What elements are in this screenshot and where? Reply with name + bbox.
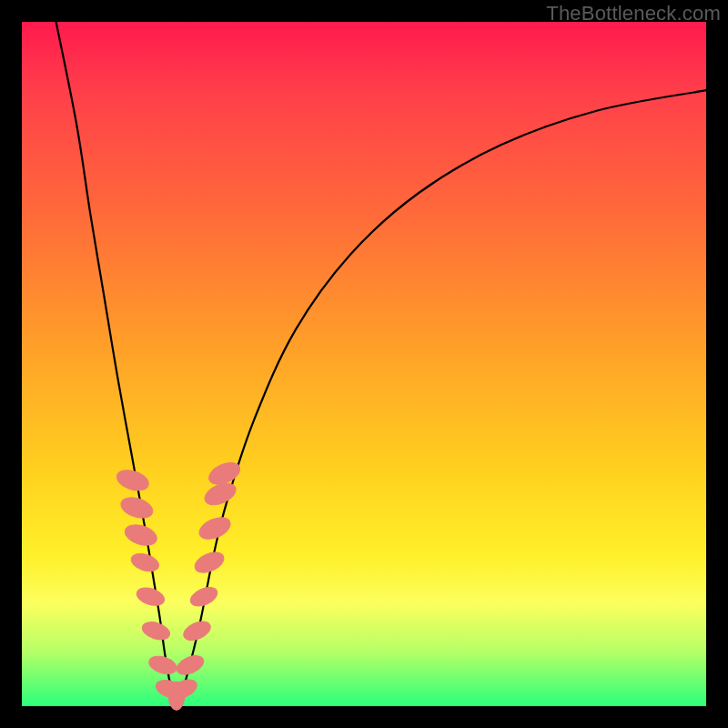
plot-area xyxy=(22,22,706,706)
curve-markers xyxy=(115,459,244,711)
curve-svg xyxy=(22,22,706,706)
curve-marker xyxy=(123,521,160,549)
curve-marker xyxy=(140,619,172,642)
curve-marker xyxy=(174,652,207,678)
curve-marker xyxy=(115,467,152,494)
curve-marker xyxy=(135,584,167,608)
curve-marker xyxy=(129,551,161,574)
curve-marker xyxy=(147,653,178,677)
chart-frame: TheBottleneck.com xyxy=(0,0,728,728)
curve-marker xyxy=(118,494,156,521)
curve-marker xyxy=(196,513,233,543)
